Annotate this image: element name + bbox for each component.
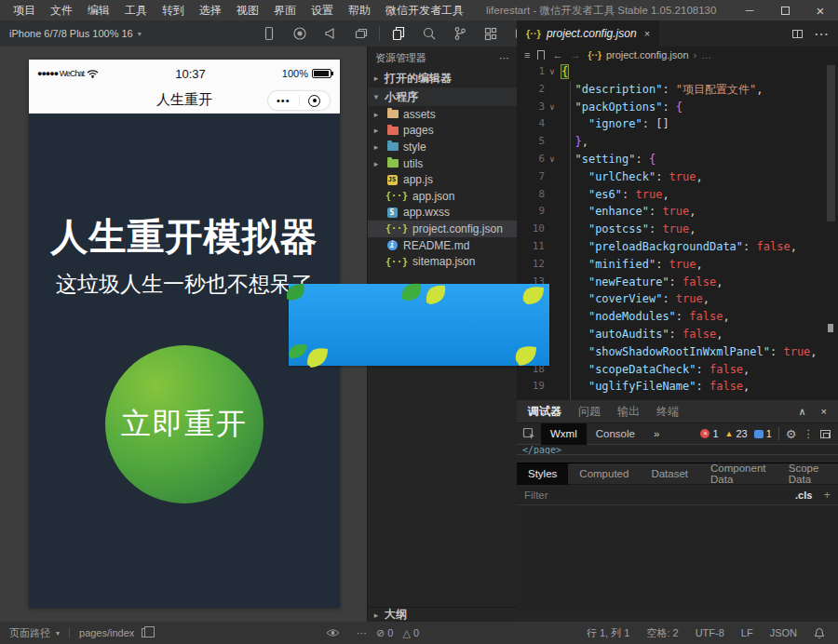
git-branch-icon[interactable] [444,20,475,47]
collapse-panel-icon[interactable]: ∧ [799,406,806,418]
tree-item-utils[interactable]: ▸utils [368,155,517,172]
simulator-icon[interactable] [253,20,284,47]
capsule-close-button[interactable] [300,95,331,107]
status-item[interactable]: JSON [770,627,797,638]
menu-item[interactable]: 文件 [43,3,80,19]
bell-icon[interactable] [814,627,825,639]
menu-item[interactable]: 视图 [229,3,266,19]
more-icon[interactable]: ⋯ [357,627,367,639]
kebab-menu-icon[interactable]: ⋮ [804,427,815,440]
token: , [582,135,588,148]
minimize-button[interactable]: ─ [732,0,767,20]
close-panel-icon[interactable]: × [821,406,827,418]
remote-debug-icon[interactable] [345,20,376,47]
bookmark-icon[interactable] [537,50,545,60]
token: { [561,65,568,78]
menu-item[interactable]: 编辑 [80,3,117,19]
token: "autoAudits" [588,328,669,341]
wxml-element-partial[interactable]: </page> [517,445,838,455]
menu-item[interactable]: 选择 [192,3,229,19]
breadcrumb-file[interactable]: {··} project.config.json › … [588,49,711,60]
debugger-tab-问题[interactable]: 问题 [578,404,601,420]
project-root-section[interactable]: ▾ 小程序 [368,87,517,106]
tab-close-icon[interactable]: × [644,28,650,39]
menu-item[interactable]: 帮助 [341,3,378,19]
panel-tab-dataset[interactable]: Dataset [640,463,699,485]
tab-project-config-json[interactable]: {··} project.config.json × [517,20,659,47]
open-editors-section[interactable]: ▸ 打开的编辑器 [368,69,517,87]
menu-item[interactable]: 项目 [6,3,43,19]
outline-section[interactable]: ▸ 大纲 [368,607,517,622]
restart-button[interactable]: 立即重开 [105,345,264,503]
tree-item-assets[interactable]: ▸assets [368,106,517,123]
breadcrumb-more: … [701,49,711,60]
panel-tab-scope-data[interactable]: Scope Data [777,463,838,485]
menu-item[interactable]: 界面 [266,3,304,19]
fold-icon[interactable]: ∨ [545,99,560,116]
capsule-more-button[interactable]: ••• [268,95,299,106]
status-item[interactable]: UTF-8 [696,627,724,638]
menu-item[interactable]: 转到 [155,3,192,19]
filter-input[interactable]: Filter [524,490,548,501]
more-tabs-icon[interactable]: » [644,428,669,439]
outline-list-icon[interactable]: ≡ [524,49,530,60]
split-editor-icon[interactable] [792,30,803,38]
tree-item-pages[interactable]: ▸pages [368,123,517,140]
close-button[interactable]: × [803,0,838,20]
token: : [770,345,783,358]
problems-summary[interactable]: ⊘ 0 △ 0 [376,627,419,639]
inspect-element-icon[interactable] [517,427,541,440]
line-text: "postcss": true, [560,221,696,238]
panel-tab-component-data[interactable]: Component Data [699,463,777,485]
eye-icon[interactable] [326,628,340,637]
copy-icon[interactable] [142,628,150,637]
status-item[interactable]: 空格: 2 [646,626,678,640]
explorer-icon[interactable] [383,20,413,47]
title-bar: 项目文件编辑工具转到选择视图界面设置帮助微信开发者工具 liferestart … [0,0,838,20]
debugger-tab-输出[interactable]: 输出 [617,404,640,420]
add-style-button[interactable]: + [823,488,831,502]
tree-item-project.config.json[interactable]: {··}project.config.json [368,221,517,237]
debugger-tab-终端[interactable]: 终端 [656,404,679,420]
panel-tab-styles[interactable]: Styles [517,463,568,485]
editor-scrollbar[interactable] [827,65,835,221]
panel-tab-computed[interactable]: Computed [568,463,640,485]
search-icon[interactable] [413,20,444,47]
menu-item[interactable]: 微信开发者工具 [378,3,471,19]
error-badge[interactable]: ×1 [700,428,718,439]
gear-icon[interactable]: ⚙ [786,427,797,441]
editor-layout-icon[interactable] [475,20,506,47]
debugger-tab-调试器[interactable]: 调试器 [528,404,561,420]
tree-item-app.json[interactable]: {··}app.json [368,188,517,205]
nav-back-icon[interactable]: ← [552,49,562,60]
info-badge[interactable]: 1 [754,428,772,439]
status-bar: 页面路径 ▾ pages/index ⋯ ⊘ 0 △ 0 行 1, 列 1空格:… [0,622,838,644]
tree-item-app.js[interactable]: JSapp.js [368,171,517,188]
page-path-label: 页面路径 [9,626,50,640]
warning-badge[interactable]: ▲23 [725,428,748,439]
explorer-more-icon[interactable]: ⋯ [499,52,509,64]
page-path-control[interactable]: 页面路径 ▾ pages/index [9,626,150,640]
tab-wxml[interactable]: Wxml [541,423,587,445]
cls-toggle-button[interactable]: .cls [795,490,812,501]
maximize-button[interactable] [767,0,803,20]
tree-item-style[interactable]: ▸style [368,139,517,155]
undock-icon[interactable] [820,430,831,438]
devtools-status: ×1 ▲23 1 ⚙ ⋮ [700,427,838,441]
fold-icon[interactable]: ∨ [545,63,560,81]
floating-banner-image[interactable] [289,284,549,366]
tree-item-README.md[interactable]: iREADME.md [368,237,517,254]
status-item[interactable]: LF [741,627,753,638]
editor-more-icon[interactable]: ⋯ [814,25,829,43]
status-item[interactable]: 行 1, 列 1 [587,626,629,640]
preview-icon[interactable] [315,20,345,47]
tree-item-sitemap.json[interactable]: {··}sitemap.json [368,253,517,270]
compile-icon[interactable] [284,20,315,47]
device-selector[interactable]: iPhone 6/7/8 Plus 100% 16 ▾ [9,28,142,39]
tree-item-app.wxss[interactable]: Sapp.wxss [368,205,517,221]
fold-icon[interactable]: ∨ [545,151,560,168]
tab-console[interactable]: Console [587,428,644,439]
menu-item[interactable]: 设置 [304,3,341,19]
code-area[interactable]: 1∨{2 "description": "项目配置文件",3∨ "packOpt… [517,63,838,396]
menu-item[interactable]: 工具 [117,3,155,19]
